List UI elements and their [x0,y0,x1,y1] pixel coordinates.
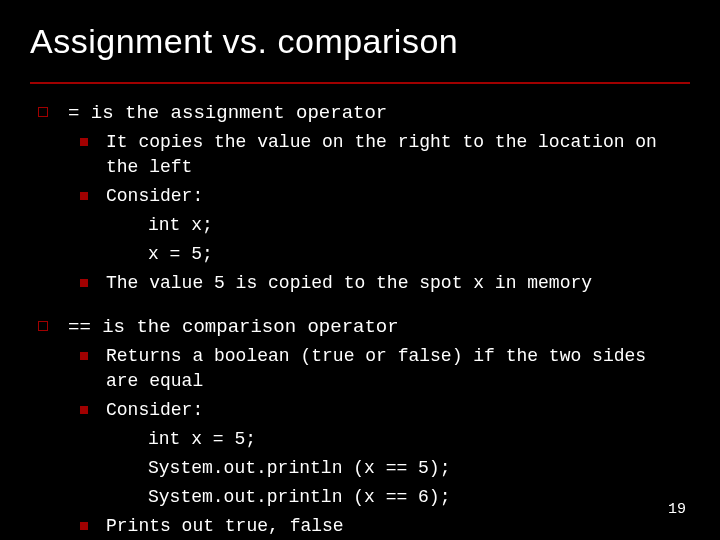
spacer [38,300,688,314]
list-item: Consider: [80,184,688,209]
title-rule [30,82,690,84]
list-item: Consider: [80,398,688,423]
list-item: = is the assignment operator [38,100,688,126]
square-outline-bullet-icon [38,321,48,331]
code-line: int x = 5; [148,427,688,452]
l2-text: It copies the value on the right to the … [106,130,688,180]
code-line: System.out.println (x == 6); [148,485,688,510]
square-bullet-icon [80,406,88,414]
sublist: Returns a boolean (true or false) if the… [80,344,688,539]
code-line: System.out.println (x == 5); [148,456,688,481]
l2-text: The value 5 is copied to the spot x in m… [106,271,592,296]
l1-text: = is the assignment operator [68,100,387,126]
l2-text: Consider: [106,184,203,209]
list-item: == is the comparison operator [38,314,688,340]
code-line: x = 5; [148,242,688,267]
list-item: Prints out true, false [80,514,688,539]
square-bullet-icon [80,138,88,146]
list-item: Returns a boolean (true or false) if the… [80,344,688,394]
content-area: = is the assignment operator It copies t… [38,100,688,540]
list-item: It copies the value on the right to the … [80,130,688,180]
square-bullet-icon [80,279,88,287]
square-bullet-icon [80,522,88,530]
code-line: int x; [148,213,688,238]
l2-text: Consider: [106,398,203,423]
l2-text: Prints out true, false [106,514,344,539]
page-number: 19 [668,501,686,518]
l1-text: == is the comparison operator [68,314,399,340]
square-outline-bullet-icon [38,107,48,117]
l2-text: Returns a boolean (true or false) if the… [106,344,688,394]
slide-title: Assignment vs. comparison [30,22,458,61]
square-bullet-icon [80,352,88,360]
list-item: The value 5 is copied to the spot x in m… [80,271,688,296]
sublist: It copies the value on the right to the … [80,130,688,296]
slide: Assignment vs. comparison = is the assig… [0,0,720,540]
square-bullet-icon [80,192,88,200]
